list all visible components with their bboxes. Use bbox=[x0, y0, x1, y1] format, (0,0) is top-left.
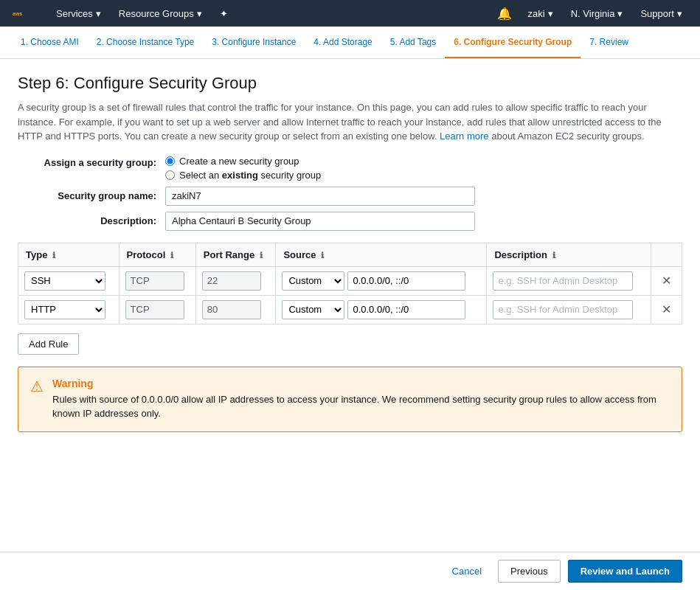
th-type: Type ℹ bbox=[18, 243, 119, 266]
row2-source-select[interactable]: Custom Anywhere My IP bbox=[282, 300, 344, 319]
user-menu[interactable]: zaki ▾ bbox=[519, 0, 562, 27]
notifications-icon[interactable]: 🔔 bbox=[490, 7, 519, 21]
svg-text:aws: aws bbox=[13, 11, 22, 16]
step-5[interactable]: 5. Add Tags bbox=[381, 27, 446, 58]
row1-source-select[interactable]: Custom Anywhere My IP bbox=[282, 271, 344, 291]
row2-remove-cell: ✕ bbox=[651, 295, 682, 324]
row1-type-select[interactable]: SSH HTTP HTTPS Custom TCP bbox=[24, 271, 105, 291]
bottom-bar: Cancel Previous Review and Launch bbox=[0, 552, 700, 590]
row1-remove-cell: ✕ bbox=[651, 266, 682, 295]
row2-source-cell: Custom Anywhere My IP bbox=[276, 295, 487, 324]
row1-desc-input[interactable] bbox=[493, 271, 633, 291]
sg-desc-row: Description: bbox=[18, 212, 682, 231]
th-description: Description ℹ bbox=[487, 243, 651, 266]
row2-remove-button[interactable]: ✕ bbox=[657, 301, 676, 318]
protocol-info-icon: ℹ bbox=[170, 251, 173, 260]
sg-desc-input[interactable] bbox=[165, 212, 475, 231]
previous-button[interactable]: Previous bbox=[498, 560, 561, 583]
row2-desc-input[interactable] bbox=[493, 300, 633, 319]
add-rule-button[interactable]: Add Rule bbox=[18, 333, 79, 355]
create-new-radio-label[interactable]: Create a new security group bbox=[165, 156, 321, 167]
row2-port-input bbox=[202, 300, 261, 319]
step-1[interactable]: 1. Choose AMI bbox=[12, 27, 88, 58]
page-description: A security group is a set of firewall ru… bbox=[18, 100, 682, 144]
review-launch-button[interactable]: Review and Launch bbox=[568, 560, 682, 583]
source-info-icon: ℹ bbox=[321, 251, 324, 260]
page-title: Step 6: Configure Security Group bbox=[18, 74, 682, 93]
th-protocol: Protocol ℹ bbox=[119, 243, 195, 266]
row2-protocol-cell bbox=[119, 295, 195, 324]
warning-box: ⚠ Warning Rules with source of 0.0.0.0/0… bbox=[18, 367, 682, 432]
learn-more-link[interactable]: Learn more bbox=[440, 131, 488, 142]
services-nav[interactable]: Services ▾ bbox=[47, 0, 110, 27]
top-nav: aws Services ▾ Resource Groups ▾ ✦ 🔔 zak… bbox=[0, 0, 700, 27]
warning-title: Warning bbox=[52, 378, 670, 389]
create-new-radio[interactable] bbox=[165, 156, 175, 166]
row1-port-cell bbox=[195, 266, 276, 295]
sg-name-label: Security group name: bbox=[18, 190, 165, 201]
desc-info-icon: ℹ bbox=[552, 251, 555, 260]
sg-name-row: Security group name: bbox=[18, 187, 682, 206]
row1-protocol-input bbox=[125, 271, 184, 291]
type-info-icon: ℹ bbox=[52, 251, 55, 260]
row1-remove-button[interactable]: ✕ bbox=[657, 272, 676, 289]
nav-right: 🔔 zaki ▾ N. Virginia ▾ Support ▾ bbox=[490, 0, 691, 27]
warning-content: Warning Rules with source of 0.0.0.0/0 a… bbox=[52, 378, 670, 421]
step-7[interactable]: 7. Review bbox=[581, 27, 637, 58]
cancel-button[interactable]: Cancel bbox=[443, 561, 491, 581]
rules-table: Type ℹ Protocol ℹ Port Range ℹ Source ℹ … bbox=[18, 243, 682, 324]
warning-icon: ⚠ bbox=[30, 378, 44, 421]
row2-type-select[interactable]: HTTP SSH HTTPS Custom TCP bbox=[24, 300, 105, 319]
warning-text: Rules with source of 0.0.0.0/0 allow all… bbox=[52, 392, 670, 421]
th-source: Source ℹ bbox=[276, 243, 487, 266]
sg-desc-label: Description: bbox=[18, 215, 165, 226]
row2-type-cell: HTTP SSH HTTPS Custom TCP bbox=[18, 295, 119, 324]
row2-port-cell bbox=[195, 295, 276, 324]
pin-nav[interactable]: ✦ bbox=[211, 0, 237, 27]
row1-source-cell: Custom Anywhere My IP bbox=[276, 266, 487, 295]
step-2[interactable]: 2. Choose Instance Type bbox=[88, 27, 204, 58]
assign-security-group-row: Assign a security group: Create a new se… bbox=[18, 156, 682, 181]
row1-port-input bbox=[202, 271, 261, 291]
resource-groups-nav[interactable]: Resource Groups ▾ bbox=[110, 0, 211, 27]
table-row: SSH HTTP HTTPS Custom TCP Custom bbox=[18, 266, 682, 295]
sg-name-input[interactable] bbox=[165, 187, 475, 206]
row1-type-cell: SSH HTTP HTTPS Custom TCP bbox=[18, 266, 119, 295]
table-row: HTTP SSH HTTPS Custom TCP Custom bbox=[18, 295, 682, 324]
step-4[interactable]: 4. Add Storage bbox=[305, 27, 381, 58]
row1-desc-cell bbox=[487, 266, 651, 295]
th-port: Port Range ℹ bbox=[195, 243, 276, 266]
row1-protocol-cell bbox=[119, 266, 195, 295]
select-existing-radio-label[interactable]: Select an existing security group bbox=[165, 170, 321, 181]
security-group-radio-group: Create a new security group Select an ex… bbox=[165, 156, 321, 181]
row2-protocol-input bbox=[125, 300, 184, 319]
row2-desc-cell bbox=[487, 295, 651, 324]
assign-label: Assign a security group: bbox=[18, 156, 165, 168]
select-existing-radio[interactable] bbox=[165, 170, 175, 180]
th-remove bbox=[651, 243, 682, 266]
step-6[interactable]: 6. Configure Security Group bbox=[445, 27, 581, 58]
row2-source-input[interactable] bbox=[347, 300, 465, 319]
step-3[interactable]: 3. Configure Instance bbox=[203, 27, 305, 58]
region-menu[interactable]: N. Virginia ▾ bbox=[562, 0, 632, 27]
port-info-icon: ℹ bbox=[260, 251, 263, 260]
aws-logo: aws bbox=[9, 4, 38, 22]
main-content: Step 6: Configure Security Group A secur… bbox=[0, 59, 700, 575]
row1-source-input[interactable] bbox=[347, 271, 465, 291]
steps-bar: 1. Choose AMI 2. Choose Instance Type 3.… bbox=[0, 27, 700, 59]
support-menu[interactable]: Support ▾ bbox=[631, 0, 691, 27]
